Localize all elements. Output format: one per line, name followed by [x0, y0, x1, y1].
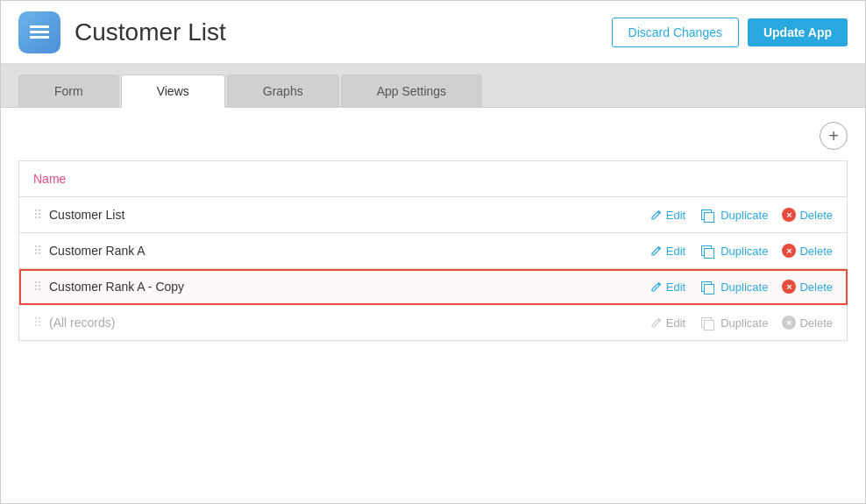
delete-button-row4: × Delete: [782, 316, 833, 330]
duplicate-button-row4: Duplicate: [699, 316, 768, 330]
header-actions: Discard Changes Update App: [612, 18, 848, 47]
app-container: Customer List Discard Changes Update App…: [0, 0, 866, 504]
delete-button-row1[interactable]: × Delete: [782, 208, 833, 222]
edit-button-row3[interactable]: Edit: [650, 280, 685, 294]
delete-icon: ×: [782, 244, 796, 258]
edit-icon-dimmed: [650, 316, 663, 329]
tabs-bar: Form Views Graphs App Settings: [1, 64, 865, 108]
tab-app-settings[interactable]: App Settings: [341, 75, 482, 107]
table-row: ⠿ Customer Rank A Edit: [19, 233, 848, 269]
tab-form[interactable]: Form: [18, 75, 119, 107]
views-table: Name ⠿ Customer List: [18, 160, 848, 341]
drag-handle-icon[interactable]: ⠿: [33, 208, 42, 222]
row-actions-cell: Edit Duplicate × Delete: [400, 269, 848, 305]
delete-icon: ×: [782, 208, 796, 222]
svg-rect-1: [30, 31, 49, 33]
row-name-label: (All records): [49, 316, 115, 330]
svg-rect-2: [30, 36, 49, 39]
row-actions-cell: Edit Duplicate × Delete: [400, 233, 848, 269]
row-name-label: Customer Rank A: [49, 244, 146, 258]
row-name-cell: ⠿ Customer Rank A - Copy: [19, 269, 400, 305]
row-name-label: Customer Rank A - Copy: [49, 280, 184, 294]
row-name-cell: ⠿ (All records): [19, 305, 400, 341]
delete-button-row2[interactable]: × Delete: [782, 244, 833, 258]
row-name-cell: ⠿ Customer List: [19, 197, 400, 233]
add-view-button[interactable]: +: [820, 122, 848, 150]
row-actions-cell: Edit Duplicate × Delete: [400, 305, 848, 341]
edit-button-row2[interactable]: Edit: [650, 245, 685, 258]
row-name-label: Customer List: [49, 208, 124, 222]
column-name-header: Name: [19, 161, 400, 197]
table-row: ⠿ Customer List Edit: [19, 197, 848, 233]
duplicate-icon: [699, 244, 713, 258]
header: Customer List Discard Changes Update App: [1, 1, 865, 64]
edit-icon: [650, 245, 663, 257]
drag-handle-icon: ⠿: [33, 316, 42, 330]
duplicate-button-row2[interactable]: Duplicate: [699, 244, 768, 258]
discard-changes-button[interactable]: Discard Changes: [612, 18, 739, 47]
app-icon: [18, 11, 60, 53]
row-name-cell: ⠿ Customer Rank A: [19, 233, 400, 269]
edit-icon: [650, 280, 663, 293]
edit-button-row4: Edit: [650, 316, 685, 330]
main-content: + Name ⠿ Customer List: [1, 108, 865, 503]
svg-rect-0: [30, 25, 49, 28]
duplicate-button-row1[interactable]: Duplicate: [699, 208, 768, 222]
page-title: Customer List: [75, 18, 612, 46]
delete-button-row3[interactable]: × Delete: [782, 280, 833, 294]
table-row-dimmed: ⠿ (All records) Edit: [19, 305, 848, 341]
tab-graphs[interactable]: Graphs: [227, 75, 339, 107]
table-row-highlighted: ⠿ Customer Rank A - Copy Edit: [19, 269, 848, 305]
update-app-button[interactable]: Update App: [748, 18, 848, 46]
tab-views[interactable]: Views: [121, 75, 225, 108]
row-actions-cell: Edit Duplicate × Delete: [400, 197, 848, 233]
duplicate-icon-dimmed: [699, 316, 713, 330]
delete-icon-dimmed: ×: [782, 316, 796, 330]
drag-handle-icon[interactable]: ⠿: [33, 280, 42, 294]
drag-handle-icon[interactable]: ⠿: [33, 244, 42, 258]
edit-button-row1[interactable]: Edit: [650, 209, 685, 222]
duplicate-icon: [699, 280, 713, 294]
duplicate-button-row3[interactable]: Duplicate: [699, 280, 768, 294]
edit-icon: [650, 209, 663, 221]
add-button-container: +: [18, 122, 848, 150]
column-actions-header: [400, 161, 848, 197]
delete-icon: ×: [782, 280, 796, 294]
duplicate-icon: [699, 208, 713, 222]
